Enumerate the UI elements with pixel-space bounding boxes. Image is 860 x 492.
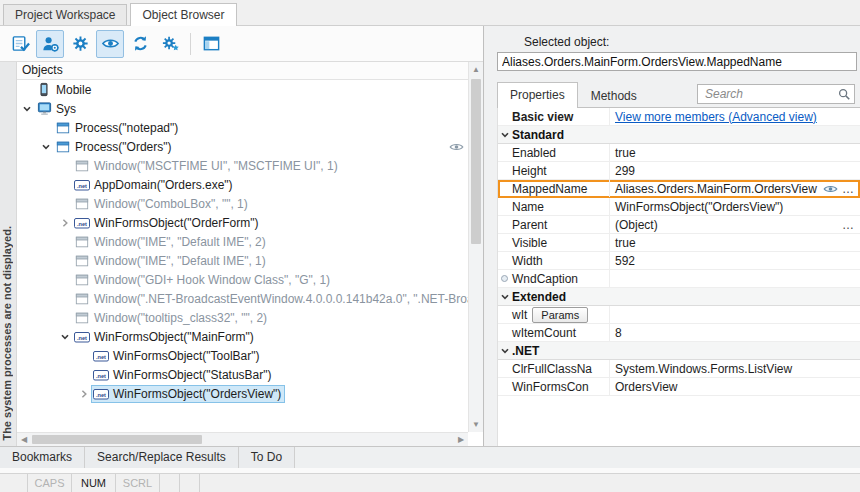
- bottom-tab-to-do[interactable]: To Do: [239, 447, 295, 468]
- scroll-right-icon[interactable]: ▶: [454, 433, 468, 446]
- expanded-icon[interactable]: [20, 104, 34, 114]
- property-row-wndcaption[interactable]: WndCaption: [498, 270, 860, 288]
- tree-vertical-scrollbar[interactable]: ▲ ▼: [468, 62, 483, 432]
- highlight-eye-icon[interactable]: [823, 183, 838, 195]
- tree-item-selection: .netWinFormsObject("OrderForm"): [72, 214, 263, 232]
- collapse-icon[interactable]: [498, 292, 512, 302]
- scroll-up-icon[interactable]: ▲: [469, 62, 483, 77]
- object-browser-toolbar: [0, 26, 483, 62]
- property-row-name[interactable]: NameWinFormsObject("OrdersView"): [498, 198, 860, 216]
- ellipsis-button[interactable]: …: [842, 218, 855, 232]
- member-search-box[interactable]: [697, 84, 855, 104]
- inspector-tabbar: PropertiesMethods: [497, 82, 650, 108]
- property-row-visible[interactable]: Visibletrue: [498, 234, 860, 252]
- tree-item-winformsobjectstatusbar[interactable]: .netWinFormsObject("StatusBar"): [17, 365, 468, 384]
- tree-item-label: WinFormsObject("OrdersView"): [110, 387, 281, 401]
- property-value: 8: [610, 324, 860, 341]
- tab-properties[interactable]: Properties: [497, 82, 578, 108]
- user-gear-button[interactable]: [36, 30, 64, 58]
- ellipsis-button[interactable]: …: [842, 182, 855, 196]
- property-row-enabled[interactable]: Enabledtrue: [498, 144, 860, 162]
- selected-object-input[interactable]: [497, 52, 857, 71]
- status-indicator-scrl: SCRL: [116, 474, 160, 492]
- collapse-icon[interactable]: [498, 346, 512, 356]
- tree-item-window-net-broadcasteventwindow-4-0-0-0-141b42a-0[interactable]: Window(".NET-BroadcastEventWindow.4.0.0.…: [17, 289, 468, 308]
- tree-item-selection: .netWinFormsObject("StatusBar"): [91, 366, 276, 384]
- tree-item-windowcombolbox[interactable]: Window("ComboLBox", "", 1): [17, 194, 468, 213]
- bottom-tab-search-replace-results[interactable]: Search/Replace Results: [85, 447, 239, 468]
- tree-item-windowime[interactable]: Window("IME", "Default IME", 1): [17, 251, 468, 270]
- scroll-down-icon[interactable]: ▼: [469, 417, 483, 432]
- status-indicator-num: NUM: [72, 474, 116, 492]
- section-header-net[interactable]: .NET: [498, 342, 860, 360]
- tree-item-winformsobjecttoolbar[interactable]: .netWinFormsObject("ToolBar"): [17, 346, 468, 365]
- section-header-standard[interactable]: Standard: [498, 126, 860, 144]
- window-panel-button[interactable]: [197, 30, 225, 58]
- view-mode-value: View more members (Advanced view): [610, 108, 860, 125]
- property-row-clrfullclassna[interactable]: ClrFullClassNaSystem.Windows.Forms.ListV…: [498, 360, 860, 378]
- refresh-icon: [131, 34, 150, 53]
- tab-methods[interactable]: Methods: [578, 84, 650, 108]
- tree-item-winformsobjectordersview[interactable]: .netWinFormsObject("OrdersView"): [17, 384, 468, 403]
- system-processes-strip: The system processes are not displayed.: [0, 62, 17, 446]
- tree-item-windowgdi-hook-window-class[interactable]: Window("GDI+ Hook Window Class", "G", 1): [17, 270, 468, 289]
- vertical-scroll-thumb[interactable]: [471, 79, 481, 244]
- collapse-icon[interactable]: [498, 130, 512, 140]
- net-icon: .net: [92, 349, 110, 363]
- search-icon: [837, 87, 851, 101]
- tree-item-appdomainorders-exe[interactable]: .netAppDomain("Orders.exe"): [17, 175, 468, 194]
- scroll-left-icon[interactable]: ◀: [17, 433, 31, 446]
- horizontal-scroll-thumb[interactable]: [32, 435, 202, 444]
- property-value: true: [610, 144, 860, 161]
- tree-item-label: Window("MSCTFIME UI", "MSCTFIME UI", 1): [91, 159, 338, 173]
- gear-button[interactable]: [66, 30, 94, 58]
- params-button[interactable]: Params: [532, 307, 588, 323]
- tree-item-label: Window("IME", "Default IME", 2): [91, 235, 266, 249]
- property-name-text: wIt: [512, 308, 527, 322]
- collapsed-icon[interactable]: [77, 389, 91, 399]
- property-row-parent[interactable]: Parent(Object)…: [498, 216, 860, 234]
- property-row-mappedname[interactable]: MappedNameAliases.Orders.MainForm.Orders…: [498, 180, 860, 198]
- property-row-height[interactable]: Height299: [498, 162, 860, 180]
- bottom-tab-bookmarks[interactable]: Bookmarks: [0, 447, 85, 468]
- checklist-icon: [11, 34, 30, 53]
- expanded-icon[interactable]: [58, 332, 72, 342]
- tree-item-processnotepad[interactable]: Process("notepad"): [17, 118, 468, 137]
- watch-eye-icon[interactable]: [449, 141, 464, 153]
- tree-item-label: Window("tooltips_class32", "", 2): [91, 311, 267, 325]
- refresh-button[interactable]: [126, 30, 154, 58]
- tree-item-winformsobjectorderform[interactable]: .netWinFormsObject("OrderForm"): [17, 213, 468, 232]
- tree-item-selection: Window("tooltips_class32", "", 2): [72, 309, 271, 327]
- tree-item-winformsobjectmainform[interactable]: .netWinFormsObject("MainForm"): [17, 327, 468, 346]
- status-bar: CAPSNUMSCRL: [0, 473, 860, 492]
- tree-item-windowmsctfime-ui[interactable]: Window("MSCTFIME UI", "MSCTFIME UI", 1): [17, 156, 468, 175]
- tab-object-browser[interactable]: Object Browser: [130, 3, 236, 26]
- expanded-icon[interactable]: [39, 142, 53, 152]
- property-value-text: true: [615, 146, 636, 160]
- tree-item-mobile[interactable]: Mobile: [17, 80, 468, 99]
- tree-item-sys[interactable]: Sys: [17, 99, 468, 118]
- status-segment-fill: [200, 474, 860, 492]
- property-row-witemcount[interactable]: wItemCount8: [498, 324, 860, 342]
- search-input[interactable]: [703, 86, 837, 102]
- section-header-extended[interactable]: Extended: [498, 288, 860, 306]
- property-row-wit[interactable]: wItParams: [498, 306, 860, 324]
- tab-project-workspace[interactable]: Project Workspace: [3, 4, 127, 25]
- tree-horizontal-scrollbar[interactable]: ◀ ▶: [17, 432, 468, 446]
- gear-star-button[interactable]: [156, 30, 184, 58]
- tree-item-selection: Window("IME", "Default IME", 2): [72, 233, 270, 251]
- status-segment-small: [160, 474, 180, 492]
- eye-button[interactable]: [96, 30, 124, 58]
- advanced-view-link[interactable]: View more members (Advanced view): [615, 110, 817, 124]
- property-row-winformscon[interactable]: WinFormsConOrdersView: [498, 378, 860, 396]
- tree-item-selection: Window("GDI+ Hook Window Class", "G", 1): [72, 271, 334, 289]
- collapsed-icon[interactable]: [58, 218, 72, 228]
- tree-item-label: Sys: [53, 102, 76, 116]
- tree-item-windowime[interactable]: Window("IME", "Default IME", 2): [17, 232, 468, 251]
- tree-item-windowtooltips-class32[interactable]: Window("tooltips_class32", "", 2): [17, 308, 468, 327]
- checklist-button[interactable]: [6, 30, 34, 58]
- bottom-tabbar: BookmarksSearch/Replace ResultsTo Do: [0, 446, 860, 468]
- tree-item-processorders[interactable]: Process("Orders"): [17, 137, 468, 156]
- property-name: ClrFullClassNa: [498, 360, 610, 377]
- property-row-width[interactable]: Width592: [498, 252, 860, 270]
